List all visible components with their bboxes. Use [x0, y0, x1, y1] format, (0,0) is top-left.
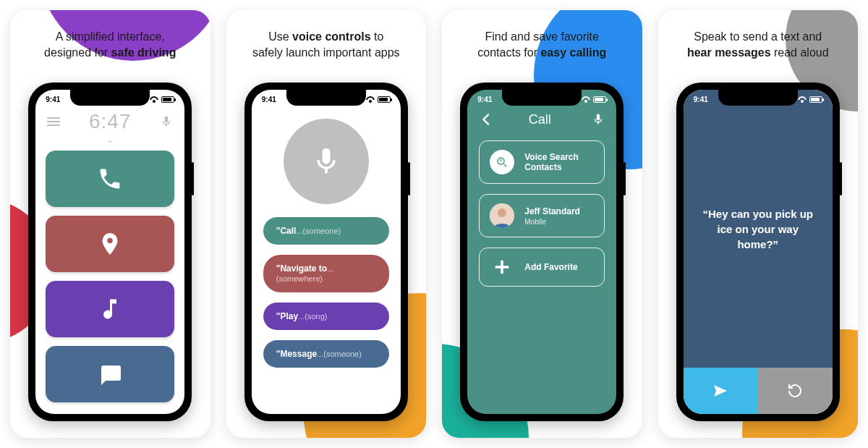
message-preview: “Hey can you pick up ice on your way hom…	[684, 90, 833, 368]
retry-button[interactable]	[758, 368, 833, 414]
wifi-icon	[150, 96, 158, 103]
wifi-icon	[798, 96, 807, 103]
battery-icon	[809, 96, 822, 103]
clock-display: 6:47	[89, 110, 132, 133]
promo-card-2: Use voice controls to safely launch impo…	[226, 10, 427, 438]
voice-hint-call[interactable]: "Call...(someone)	[263, 217, 389, 245]
add-favorite[interactable]: Add Favorite	[479, 248, 605, 287]
message-button[interactable]	[46, 346, 174, 402]
search-mic-icon	[490, 150, 514, 174]
phone-mock: 9:41 “Hey can you pick up ice on your wa…	[676, 83, 840, 421]
music-icon	[97, 296, 123, 322]
notch	[286, 90, 366, 106]
voice-hint-play[interactable]: "Play...(song)	[263, 303, 389, 330]
notch	[70, 90, 150, 106]
phone-mock: 9:41 "Call...(someone) "Navigate to...(s…	[244, 83, 408, 421]
send-button[interactable]	[684, 368, 758, 414]
screen-call: 9:41 Call Voice Search	[467, 90, 616, 414]
chevron-down-icon[interactable]: ⌄	[35, 135, 184, 145]
promo-card-4: Speak to send a text and hear messages r…	[658, 10, 859, 438]
wifi-icon	[582, 96, 590, 103]
phone-mock: 9:41 6:47 ⌄	[28, 83, 192, 421]
svg-rect-1	[501, 159, 502, 162]
screen-home: 9:41 6:47 ⌄	[35, 90, 184, 414]
plus-icon	[492, 257, 512, 277]
status-time: 9:41	[694, 96, 708, 103]
mic-icon	[310, 145, 342, 177]
contact-jeff-standard[interactable]: Jeff Standard Mobile	[479, 194, 605, 237]
card-heading: Use voice controls to safely launch impo…	[226, 29, 427, 60]
notch	[502, 90, 582, 106]
voice-hint-message[interactable]: "Message...(someone)	[263, 340, 389, 368]
wifi-icon	[366, 96, 375, 103]
phone-mock: 9:41 Call Voice Search	[460, 83, 624, 421]
back-icon[interactable]	[479, 111, 495, 127]
screen-title: Call	[498, 112, 582, 127]
card-heading: A simplified interface, designed for saf…	[10, 29, 210, 60]
battery-icon	[593, 96, 606, 103]
status-time: 9:41	[262, 96, 276, 103]
mic-icon[interactable]	[160, 115, 173, 128]
music-button[interactable]	[46, 281, 174, 337]
card-heading: Speak to send a text and hear messages r…	[658, 29, 859, 60]
notch	[718, 90, 798, 106]
status-time: 9:41	[477, 96, 492, 103]
svg-point-3	[498, 208, 506, 217]
voice-hint-navigate[interactable]: "Navigate to...(somewhere)	[263, 255, 389, 292]
voice-mic-button[interactable]	[284, 119, 369, 204]
screen-voice: 9:41 "Call...(someone) "Navigate to...(s…	[252, 90, 401, 414]
promo-card-3: Find and save favorite contacts for easy…	[442, 10, 642, 438]
phone-button[interactable]	[46, 151, 174, 207]
retry-icon	[786, 382, 804, 400]
phone-icon	[97, 166, 123, 192]
message-icon	[97, 361, 123, 387]
send-icon	[712, 382, 729, 400]
menu-icon[interactable]	[47, 117, 60, 126]
battery-icon	[378, 96, 391, 103]
location-button[interactable]	[46, 216, 174, 272]
voice-search-contacts[interactable]: Voice Search Contacts	[479, 140, 605, 184]
status-time: 9:41	[46, 96, 60, 103]
promo-card-1: A simplified interface, designed for saf…	[10, 10, 210, 438]
mic-icon[interactable]	[592, 113, 605, 126]
card-heading: Find and save favorite contacts for easy…	[442, 29, 642, 60]
battery-icon	[161, 96, 174, 103]
avatar	[490, 203, 514, 228]
screen-message: 9:41 “Hey can you pick up ice on your wa…	[684, 90, 833, 414]
location-icon	[97, 231, 123, 257]
